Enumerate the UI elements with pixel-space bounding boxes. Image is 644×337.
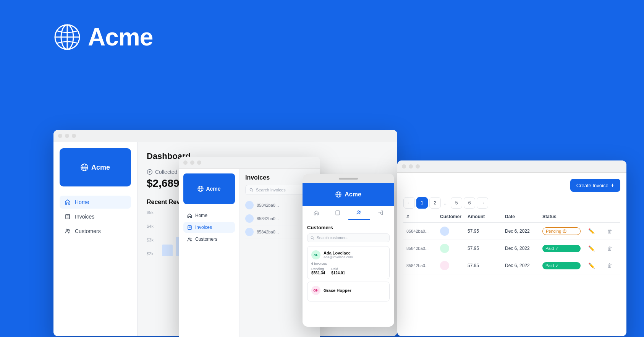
ada-paid-label: Paid xyxy=(331,267,345,271)
window-titlebar-4 xyxy=(397,160,626,173)
dot-b xyxy=(190,160,194,165)
sidebar2-customers[interactable]: Customers xyxy=(183,234,235,245)
hero-globe-icon xyxy=(53,23,81,51)
row3-avatar xyxy=(440,261,449,270)
row1-id: 85842ba0... xyxy=(406,229,437,233)
page-1-label: 1 xyxy=(421,200,424,206)
mobile-nav-home[interactable] xyxy=(306,206,327,220)
prev-page-btn[interactable]: ← xyxy=(403,197,415,209)
paid-label-3: Paid xyxy=(545,263,554,268)
ada-info: Ada Lovelace ada@lovelace.com xyxy=(324,251,385,259)
checkmark-3: ✓ xyxy=(555,263,559,268)
invoices-window: Acme Home Invoices Customers Invoices Se… xyxy=(179,157,320,337)
th-delete xyxy=(602,214,617,219)
search-customers-bar[interactable]: Search customers xyxy=(307,233,390,242)
prev-icon: ← xyxy=(407,200,411,206)
svg-point-11 xyxy=(68,230,70,231)
page-btn-5[interactable]: 5 xyxy=(451,197,462,209)
page-btn-2[interactable]: 2 xyxy=(429,197,441,209)
grace-info: Grace Hopper xyxy=(324,288,385,293)
customer-card-ada: AL Ada Lovelace ada@lovelace.com 6 Invoi… xyxy=(307,246,390,279)
mobile-logout-icon xyxy=(378,210,383,215)
th-hash: # xyxy=(406,214,437,219)
sidebar-item-customers[interactable]: Customers xyxy=(60,225,131,238)
dot-y xyxy=(409,164,413,168)
mobile-titlebar xyxy=(303,174,394,183)
sidebar-logo-2: Acme xyxy=(183,173,235,204)
mobile-logo-text: Acme xyxy=(345,191,361,198)
sidebar2-home-label: Home xyxy=(195,213,207,218)
row3-customer xyxy=(440,261,464,270)
titlebar-dot-3 xyxy=(72,134,76,138)
ada-invoices-badge: 6 Invoices xyxy=(311,262,385,266)
row3-id: 85842ba0... xyxy=(406,263,437,268)
row2-date: Dec 6, 2022 xyxy=(505,246,539,251)
sidebar2-customers-label: Customers xyxy=(195,237,217,242)
create-invoice-label: Create Invoice xyxy=(576,183,608,188)
customers-icon xyxy=(64,228,71,235)
sidebar: Acme Home Invoices Customers xyxy=(53,142,138,336)
row1-avatar xyxy=(440,227,449,236)
svg-point-21 xyxy=(190,238,191,239)
customer-card-grace: GH Grace Hopper xyxy=(307,282,390,301)
titlebar-dot-2 xyxy=(65,134,69,138)
delete-btn-1[interactable]: 🗑 xyxy=(602,228,617,234)
row1-status: Pending xyxy=(542,227,581,235)
page-2-label: 2 xyxy=(434,200,437,206)
sidebar-item-home[interactable]: Home xyxy=(60,196,131,209)
mobile-nav-file[interactable] xyxy=(327,206,348,220)
page-btn-1[interactable]: 1 xyxy=(416,197,428,209)
table-row-2: 85842ba0... 57.95 Dec 6, 2022 Paid ✓ ✏️ … xyxy=(403,240,620,257)
sidebar-customers-label: Customers xyxy=(75,228,101,234)
page-ellipsis: ... xyxy=(442,200,449,206)
edit-btn-1[interactable]: ✏️ xyxy=(584,228,599,234)
mobile-globe-icon xyxy=(335,191,341,198)
dollar-icon xyxy=(147,169,153,175)
row1-date: Dec 6, 2022 xyxy=(505,228,539,234)
ada-pending-stat: Pending $561.34 xyxy=(311,267,325,275)
svg-point-31 xyxy=(311,237,313,239)
row1-customer xyxy=(440,227,464,236)
mobile-nav-logout[interactable] xyxy=(370,206,391,220)
invoice-avatar-2 xyxy=(245,214,254,223)
ada-row: AL Ada Lovelace ada@lovelace.com xyxy=(311,250,385,259)
grace-row: GH Grace Hopper xyxy=(311,286,385,295)
delete-btn-2[interactable]: 🗑 xyxy=(602,245,617,251)
sidebar2-invoices[interactable]: Invoices xyxy=(183,222,235,233)
create-invoice-button[interactable]: Create Invoice + xyxy=(570,179,620,192)
search-invoices-placeholder: Search invoices xyxy=(256,188,286,192)
mobile-nav-customers[interactable] xyxy=(348,206,370,220)
hero-title: Acme xyxy=(88,23,153,51)
sidebar-logo-text: Acme xyxy=(91,164,110,172)
row3-amount: 57.95 xyxy=(468,263,502,268)
dot-c xyxy=(197,160,201,165)
search-customers-placeholder: Search customers xyxy=(317,236,348,240)
edit-btn-2[interactable]: ✏️ xyxy=(584,245,599,251)
svg-rect-7 xyxy=(66,214,70,219)
svg-line-32 xyxy=(313,238,314,240)
chart-labels: $5k $4k $3k $2k xyxy=(147,210,154,256)
page-btn-6[interactable]: 6 xyxy=(464,197,475,209)
ada-avatar: AL xyxy=(311,250,320,259)
table-header-row: # Customer Amount Date Status xyxy=(403,214,620,223)
page-5-label: 5 xyxy=(455,200,458,206)
row1-amount: 57.95 xyxy=(468,228,502,234)
edit-btn-3[interactable]: ✏️ xyxy=(584,262,599,269)
delete-btn-3[interactable]: 🗑 xyxy=(602,262,617,269)
pending-label-1: Pending xyxy=(546,229,561,233)
table-row-3: 85842ba0... 57.95 Dec 6, 2022 Paid ✓ ✏️ … xyxy=(403,257,620,274)
row2-id: 85842ba0... xyxy=(406,246,437,251)
chart-label-4k: $4k xyxy=(147,224,154,228)
ada-paid-stat: Paid $124.01 xyxy=(331,267,345,275)
sidebar2-customers-icon xyxy=(187,237,192,242)
sidebar-item-invoices[interactable]: Invoices xyxy=(60,210,131,223)
pagination: ← 1 2 ... 5 6 → xyxy=(403,197,620,209)
plus-icon: + xyxy=(611,182,614,189)
svg-point-29 xyxy=(359,211,361,212)
sidebar2-home[interactable]: Home xyxy=(183,210,235,221)
paid-label-2: Paid xyxy=(545,246,554,251)
next-page-btn[interactable]: → xyxy=(477,197,488,209)
table-row-1: 85842ba0... 57.95 Dec 6, 2022 Pending ✏️… xyxy=(403,223,620,240)
invoice-avatar-3 xyxy=(245,228,254,236)
grace-name: Grace Hopper xyxy=(324,288,385,293)
